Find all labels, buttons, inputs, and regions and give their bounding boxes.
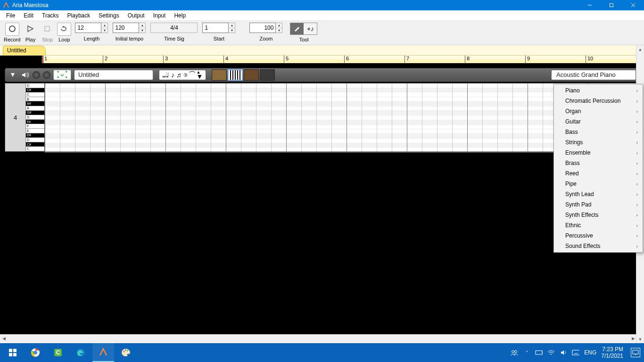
action-center-button[interactable]: [631, 348, 640, 357]
sound-icon[interactable]: [560, 349, 567, 356]
language-indicator[interactable]: ENG: [584, 349, 596, 356]
instrument-category-item[interactable]: Sound Effects›: [554, 241, 643, 251]
collapse-track-button[interactable]: [8, 70, 17, 80]
piano-key[interactable]: C: [26, 147, 44, 151]
drum-editor-tab[interactable]: [244, 69, 259, 81]
piano-key[interactable]: C#: [26, 88, 44, 93]
piano-key[interactable]: C: [26, 92, 44, 97]
taskbar-app-camtasia[interactable]: C: [47, 343, 69, 362]
instrument-category-item[interactable]: Synth Pad›: [554, 199, 643, 210]
play-button[interactable]: Play: [22, 23, 38, 42]
menu-settings[interactable]: Settings: [94, 11, 123, 20]
menu-input[interactable]: Input: [149, 11, 170, 20]
wifi-icon[interactable]: [547, 349, 555, 356]
volume-icon[interactable]: [20, 70, 30, 80]
svg-point-18: [124, 351, 124, 352]
controller-editor-tab[interactable]: [260, 69, 275, 81]
record-button[interactable]: Record: [3, 23, 21, 42]
tempo-input[interactable]: [113, 23, 139, 33]
timesig-button[interactable]: 4/4 Time Sig: [150, 23, 198, 41]
piano-editor-tab[interactable]: [228, 69, 243, 81]
zoom-input[interactable]: [249, 23, 276, 33]
document-tab[interactable]: Untitled: [3, 46, 46, 55]
maximize-button[interactable]: [601, 0, 622, 10]
scroll-left-button[interactable]: ◀: [0, 335, 8, 343]
taskbar-app-paint[interactable]: [115, 343, 137, 362]
start-input[interactable]: [202, 23, 229, 33]
instrument-category-item[interactable]: Ensemble›: [554, 148, 643, 158]
chevron-up-icon[interactable]: ˄: [523, 349, 530, 356]
aria-icon: [99, 347, 108, 357]
minimize-button[interactable]: [579, 0, 601, 10]
loop-button[interactable]: Loop: [56, 23, 72, 42]
length-spinner[interactable]: ▲▼: [101, 23, 108, 33]
menu-help[interactable]: Help: [170, 11, 190, 20]
piano-key[interactable]: A: [26, 106, 44, 111]
taskbar-app-aria[interactable]: [92, 343, 114, 362]
mute-button[interactable]: [33, 71, 40, 79]
piano-keys[interactable]: DC#CBA#AG#GF#FED#DC#C: [26, 83, 45, 151]
instrument-category-item[interactable]: Guitar›: [554, 116, 643, 127]
length-input[interactable]: [75, 23, 101, 33]
instrument-category-item[interactable]: Organ›: [554, 106, 643, 116]
instrument-category-item[interactable]: Strings›: [554, 137, 643, 148]
instrument-category-item[interactable]: Chromatic Percussion›: [554, 96, 643, 106]
score-editor-tab[interactable]: [212, 69, 227, 81]
piano-key[interactable]: D#: [26, 133, 44, 138]
instrument-category-item[interactable]: Pipe›: [554, 179, 643, 189]
horizontal-scrollbar[interactable]: ◀ ▶: [0, 334, 637, 342]
start-spinner[interactable]: ▲▼: [229, 23, 235, 33]
grid-row: [45, 139, 639, 143]
piano-key[interactable]: G: [26, 115, 44, 120]
menu-bar: File Edit Tracks Playback Settings Outpu…: [0, 10, 644, 21]
track-name-field[interactable]: Untitled: [74, 70, 153, 80]
menu-file[interactable]: File: [2, 11, 19, 20]
tempo-spinner[interactable]: ▲▼: [139, 23, 146, 33]
scroll-up-button[interactable]: ▲: [636, 45, 644, 53]
menu-edit[interactable]: Edit: [19, 11, 38, 20]
instrument-category-item[interactable]: Percussive›: [554, 230, 643, 241]
maximize-track-button[interactable]: [53, 70, 71, 80]
taskbar-app-edge[interactable]: [70, 343, 91, 362]
menu-output[interactable]: Output: [124, 11, 149, 20]
piano-key[interactable]: A#: [26, 101, 44, 106]
instrument-category-item[interactable]: Piano›: [554, 85, 643, 96]
piano-key[interactable]: E: [26, 129, 44, 133]
taskbar-app-chrome[interactable]: [25, 343, 46, 362]
start-button[interactable]: [2, 343, 24, 362]
close-button[interactable]: [622, 0, 644, 10]
instrument-category-item[interactable]: Reed›: [554, 168, 643, 179]
battery-icon[interactable]: [535, 349, 543, 356]
instrument-selector[interactable]: Acoustic Grand Piano: [551, 70, 636, 80]
system-clock[interactable]: 7:23 PM 7/1/2021: [601, 346, 623, 360]
keyboard-icon[interactable]: [572, 349, 579, 356]
instrument-category-item[interactable]: Brass›: [554, 158, 643, 168]
tool-add-note-button[interactable]: +♪: [304, 23, 317, 34]
menu-tracks[interactable]: Tracks: [38, 11, 63, 20]
piano-key[interactable]: F: [26, 124, 44, 129]
solo-button[interactable]: [43, 71, 50, 79]
timeline-ruler[interactable]: 12345678910: [0, 56, 644, 64]
people-icon[interactable]: [511, 349, 518, 356]
piano-key[interactable]: B: [26, 97, 44, 102]
grid-row: [45, 134, 639, 139]
piano-key[interactable]: C#: [26, 142, 44, 147]
piano-key[interactable]: D: [26, 138, 44, 142]
grid-row: [45, 129, 639, 134]
piano-key[interactable]: G#: [26, 111, 44, 115]
tool-edit-button[interactable]: [290, 23, 304, 34]
note-grid[interactable]: [45, 83, 639, 151]
menu-playback[interactable]: Playback: [63, 11, 95, 20]
instrument-category-item[interactable]: Synth Effects›: [554, 210, 643, 220]
note-duration-tools[interactable]: 𝅝 𝅗𝅥 ♩ ♪ ♬ ③ ⁀ ▲▼: [159, 70, 206, 80]
scroll-track[interactable]: [8, 335, 629, 343]
scroll-down-button[interactable]: ▼: [636, 335, 644, 343]
piano-key[interactable]: D: [26, 83, 44, 88]
grid-beatline: [90, 83, 91, 151]
zoom-spinner[interactable]: ▲▼: [276, 23, 282, 33]
stop-button[interactable]: Stop: [39, 23, 55, 42]
instrument-category-item[interactable]: Ethnic›: [554, 220, 643, 230]
instrument-category-item[interactable]: Synth Lead›: [554, 189, 643, 199]
piano-key[interactable]: F#: [26, 120, 44, 124]
instrument-category-item[interactable]: Bass›: [554, 127, 643, 137]
